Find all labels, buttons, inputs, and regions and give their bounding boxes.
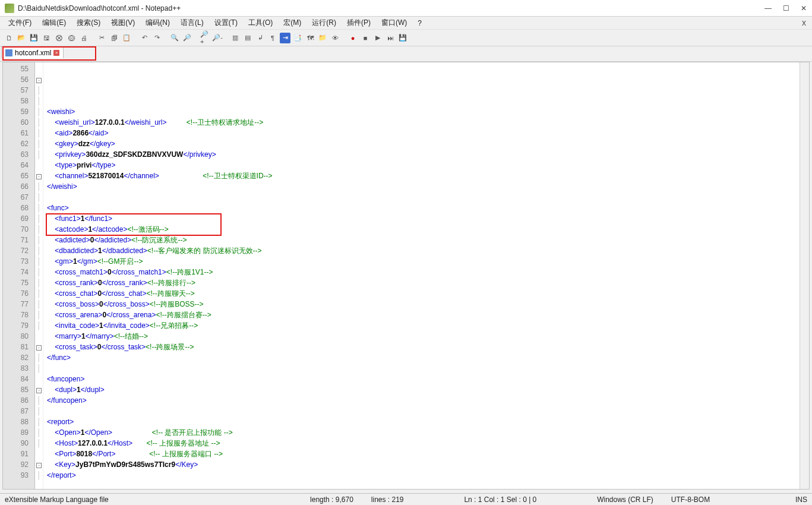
vertical-scrollbar[interactable] <box>800 62 809 489</box>
tab-label: hotconf.xml <box>15 49 51 57</box>
status-lines: lines : 219 <box>371 495 404 504</box>
file-icon <box>5 49 12 56</box>
status-filetype: eXtensible Markup Language file <box>5 495 109 504</box>
tab-hotconf[interactable]: hotconf.xml × <box>1 46 64 58</box>
saverecord-icon[interactable]: 💾 <box>397 33 408 43</box>
sync-v-icon[interactable]: ▥ <box>230 33 241 43</box>
docmap-icon[interactable]: 🗺 <box>305 33 315 43</box>
stop-icon[interactable]: ■ <box>360 33 371 43</box>
menu-item[interactable]: 运行(R) <box>307 17 341 29</box>
replace-icon[interactable]: 🔎 <box>182 33 192 43</box>
record-icon[interactable]: ● <box>347 33 358 43</box>
status-pos: Ln : 1 Col : 1 Sel : 0 | 0 <box>464 495 536 504</box>
funclist-icon[interactable]: 📑 <box>292 33 303 43</box>
menu-item[interactable]: 搜索(S) <box>72 17 105 29</box>
titlebar: D:\BaiduNetdiskDownload\hotconf.xml - No… <box>0 0 812 17</box>
para-icon[interactable]: ¶ <box>267 33 278 43</box>
open-icon[interactable]: 📂 <box>16 33 27 43</box>
menu-item[interactable]: 宏(M) <box>279 17 306 29</box>
play-icon[interactable]: ▶ <box>372 33 383 43</box>
saveall-icon[interactable]: 🖫 <box>41 33 52 43</box>
status-enc: UTF-8-BOM <box>671 495 710 504</box>
statusbar: eXtensible Markup Language file length :… <box>0 493 812 505</box>
minimize-icon[interactable]: — <box>764 4 772 12</box>
copy-icon[interactable]: 🗐 <box>109 33 119 43</box>
menu-item[interactable]: 设置(T) <box>210 17 242 29</box>
maximize-icon[interactable]: ☐ <box>782 4 789 12</box>
menubar-close-icon[interactable]: x <box>802 18 806 27</box>
app-icon <box>5 4 14 13</box>
menu-item[interactable]: ? <box>413 18 426 29</box>
status-mode: INS <box>795 495 807 504</box>
close-icon[interactable]: ✕ <box>800 4 807 12</box>
menu-item[interactable]: 工具(O) <box>244 17 277 29</box>
fastplay-icon[interactable]: ⏭ <box>385 33 396 43</box>
undo-icon[interactable]: ↶ <box>139 33 150 43</box>
redo-icon[interactable]: ↷ <box>151 33 162 43</box>
code-area[interactable]: <weishi> <weishi_url>127.0.0.1</weishi_u… <box>43 62 800 489</box>
status-eol: Windows (CR LF) <box>597 495 653 504</box>
menu-item[interactable]: 文件(F) <box>4 17 36 29</box>
menu-item[interactable]: 插件(P) <box>342 17 375 29</box>
sync-h-icon[interactable]: ▤ <box>242 33 253 43</box>
menu-item[interactable]: 编码(N) <box>141 17 175 29</box>
tab-close-icon[interactable]: × <box>53 50 59 56</box>
closeall-icon[interactable]: ⨷ <box>66 33 77 43</box>
find-icon[interactable]: 🔍 <box>169 33 180 43</box>
indent-icon[interactable]: ⇥ <box>280 33 290 43</box>
cut-icon[interactable]: ✂ <box>96 33 107 43</box>
menu-item[interactable]: 编辑(E) <box>37 17 71 29</box>
folder-icon[interactable]: 📁 <box>317 33 328 43</box>
save-icon[interactable]: 💾 <box>29 33 39 43</box>
zoomout-icon[interactable]: 🔎- <box>212 33 223 43</box>
paste-icon[interactable]: 📋 <box>121 33 132 43</box>
menu-item[interactable]: 窗口(W) <box>377 17 412 29</box>
monitor-icon[interactable]: 👁 <box>330 33 340 43</box>
status-length: length : 9,670 <box>310 495 353 504</box>
line-gutter: 5556575859606162636465666768697071727374… <box>3 62 35 489</box>
print-icon[interactable]: 🖨 <box>78 33 89 43</box>
zoomin-icon[interactable]: 🔎+ <box>200 33 210 43</box>
window-title: D:\BaiduNetdiskDownload\hotconf.xml - No… <box>18 4 764 12</box>
close-file-icon[interactable]: ⨂ <box>53 33 64 43</box>
toolbar: 🗋 📂 💾 🖫 ⨂ ⨷ 🖨 ✂ 🗐 📋 ↶ ↷ 🔍 🔎 🔎+ 🔎- ▥ ▤ ↲ … <box>0 30 812 46</box>
new-icon[interactable]: 🗋 <box>4 33 14 43</box>
menu-item[interactable]: 视图(V) <box>106 17 140 29</box>
wrap-icon[interactable]: ↲ <box>255 33 266 43</box>
fold-column[interactable]: -│││││││ -││││││││││││││ -││ -│││││ -│ <box>35 62 43 489</box>
menubar: 文件(F)编辑(E)搜索(S)视图(V)编码(N)语言(L)设置(T)工具(O)… <box>0 17 812 30</box>
window-buttons: — ☐ ✕ <box>764 4 807 12</box>
menu-item[interactable]: 语言(L) <box>176 17 208 29</box>
editor[interactable]: 5556575859606162636465666768697071727374… <box>2 62 810 490</box>
tab-row: hotconf.xml × <box>0 46 812 62</box>
